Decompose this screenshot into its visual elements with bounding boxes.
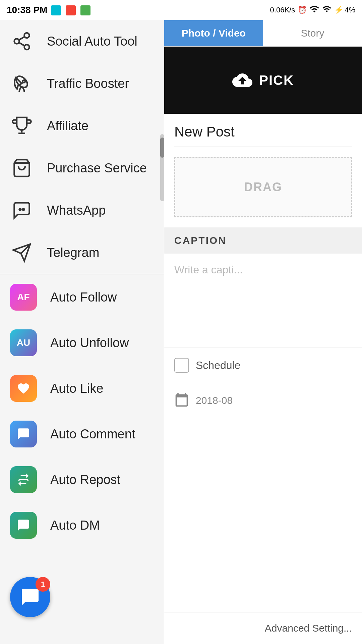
wifi-icon — [309, 4, 319, 16]
auto-unfollow-badge: AU — [10, 329, 37, 356]
sidebar-item-label: Auto Like — [50, 381, 103, 396]
sidebar-item-auto-like[interactable]: Auto Like — [0, 366, 164, 411]
alarm-icon: ⏰ — [298, 6, 307, 14]
svg-point-6 — [23, 80, 25, 83]
sidebar-item-label: Telegram — [47, 246, 99, 260]
svg-point-2 — [24, 45, 29, 50]
tab-story[interactable]: Story — [263, 20, 362, 46]
sidebar-item-label: WhatsApp — [47, 203, 106, 218]
drag-drop-area[interactable]: DRAG — [174, 157, 352, 217]
drag-text: DRAG — [244, 180, 282, 194]
sidebar-item-label: Social Auto Tool — [47, 34, 137, 49]
status-bar: 10:38 PM 0.06K/s ⏰ ⚡ 4% — [0, 0, 362, 20]
auto-dm-badge — [10, 512, 37, 539]
pick-label: PICK — [259, 73, 294, 88]
sidebar-item-affiliate[interactable]: Affiliate — [0, 105, 164, 147]
sidebar-item-label: Auto Unfollow — [50, 336, 129, 350]
chat-badge: 1 — [36, 577, 50, 592]
sidebar-item-label: Auto Follow — [50, 290, 117, 305]
sidebar-item-auto-comment[interactable]: Auto Comment — [0, 411, 164, 457]
scroll-indicator — [160, 134, 164, 201]
trophy-icon — [10, 114, 34, 138]
schedule-row: Schedule — [164, 347, 362, 383]
sidebar-item-purchase-service[interactable]: Purchase Service — [0, 147, 164, 189]
auto-comment-badge — [10, 421, 37, 447]
sidebar-item-auto-follow[interactable]: AF Auto Follow — [0, 274, 164, 320]
sidebar-item-telegram[interactable]: Telegram — [0, 231, 164, 274]
chat-icon — [10, 199, 34, 222]
advanced-setting[interactable]: Advanced Setting... — [164, 612, 362, 644]
sidebar-item-label: Traffic Booster — [47, 76, 129, 91]
sidebar-item-auto-unfollow[interactable]: AU Auto Unfollow — [0, 320, 164, 366]
tab-bar: Photo / Video Story — [164, 20, 362, 47]
sidebar-item-label: Auto DM — [50, 518, 100, 533]
caption-header: CAPTION — [164, 227, 362, 254]
cart-icon — [10, 156, 34, 180]
svg-point-8 — [19, 209, 21, 210]
new-post-title: New Post — [164, 114, 362, 147]
sidebar-item-auto-dm[interactable]: Auto DM — [0, 502, 164, 548]
svg-point-9 — [23, 209, 24, 210]
network-speed: 0.06K/s — [270, 6, 295, 14]
main-content: Photo / Video Story PICK New Post DRAG C… — [164, 20, 362, 644]
svg-point-1 — [14, 39, 19, 44]
separator — [174, 147, 352, 147]
sidebar-item-label: Affiliate — [47, 119, 88, 133]
sidebar-item-label: Purchase Service — [47, 161, 147, 175]
svg-line-3 — [19, 43, 24, 46]
scroll-thumb — [160, 138, 164, 158]
battery-icon: ⚡ 4% — [334, 6, 355, 14]
sidebar-item-traffic-booster[interactable]: Traffic Booster — [0, 62, 164, 105]
chat-bubble-button[interactable]: 1 — [10, 577, 50, 617]
caption-input[interactable]: Write a capti... — [164, 254, 362, 347]
schedule-label: Schedule — [196, 359, 240, 372]
auto-follow-badge: AF — [10, 284, 37, 311]
svg-point-0 — [24, 33, 29, 38]
status-time: 10:38 PM — [7, 5, 47, 15]
schedule-checkbox[interactable] — [174, 358, 189, 373]
sidebar-item-whatsapp[interactable]: WhatsApp — [0, 189, 164, 231]
sidebar-item-label: Auto Repost — [50, 473, 120, 487]
tab-photo-video[interactable]: Photo / Video — [164, 20, 263, 46]
date-row: 2018-08 — [164, 383, 362, 418]
status-left: 10:38 PM — [7, 5, 92, 16]
sidebar-item-social-auto-tool[interactable]: Social Auto Tool — [0, 20, 164, 62]
auto-repost-badge — [10, 466, 37, 493]
svg-line-4 — [19, 37, 24, 40]
share-icon — [10, 30, 34, 53]
pick-area[interactable]: PICK — [164, 47, 362, 114]
drawer: Social Auto Tool Traffic Booster A — [0, 20, 164, 644]
calendar-icon — [174, 392, 189, 409]
sidebar-item-label: Auto Comment — [50, 427, 135, 441]
date-value: 2018-08 — [196, 395, 233, 406]
send-icon — [10, 241, 34, 264]
auto-like-badge — [10, 375, 37, 402]
status-icons — [50, 5, 92, 16]
status-right: 0.06K/s ⏰ ⚡ 4% — [270, 4, 355, 16]
sidebar-item-auto-repost[interactable]: Auto Repost — [0, 457, 164, 502]
rocket-icon — [10, 72, 34, 95]
signal-icon — [322, 4, 331, 16]
caption-placeholder: Write a capti... — [174, 264, 243, 276]
